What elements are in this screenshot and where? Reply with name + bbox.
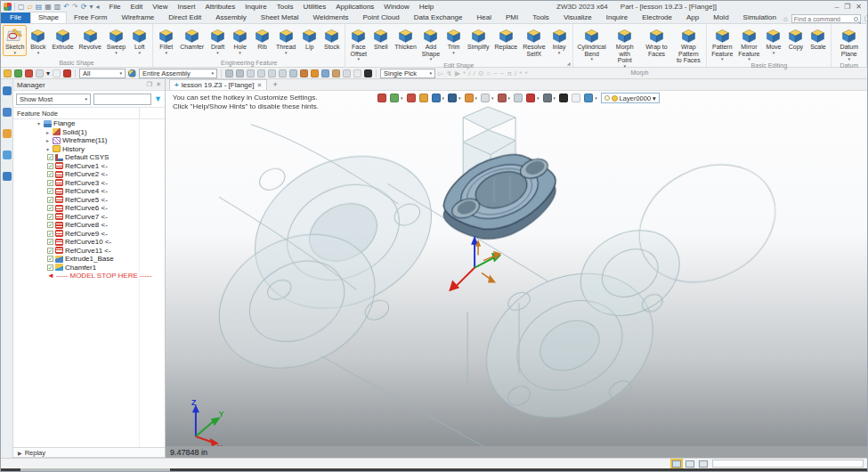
tab-simulation[interactable]: Simulation [736,12,783,23]
folder-icon[interactable] [300,69,308,77]
history-clock-icon[interactable] [343,69,351,77]
block-button[interactable]: Block▾ [27,25,49,56]
tree-item-refcurve5[interactable]: ✓RefCurve5 <- [13,196,165,205]
assembly-scope-icon[interactable] [128,69,136,77]
regen-icon[interactable]: ⟳ [81,3,87,11]
menu-window[interactable]: Window [379,2,413,12]
unalign-icon[interactable] [236,69,244,77]
hole-button[interactable]: Hole▾ [229,25,251,56]
panel-toggle-icon[interactable] [699,460,708,468]
tab-heal[interactable]: Heal [470,12,499,23]
pattern-feature-button[interactable]: Pattern Feature▾ [709,25,735,62]
dropdown-caret-icon[interactable]: ▾ [721,57,724,61]
thicken-button[interactable]: Thicken [392,25,419,52]
window-select-icon[interactable] [36,69,44,77]
cylindrical-bend-button[interactable]: Cylindrical Bend▾ [575,25,609,62]
package-icon[interactable] [332,69,340,77]
exit-part-icon[interactable] [377,94,386,102]
plane-display-icon[interactable] [572,94,580,102]
chevron-down-icon[interactable]: ▾ [554,95,556,101]
print-icon[interactable]: ▦ [45,3,52,11]
command-search[interactable] [791,14,861,23]
zoom-window-icon[interactable] [514,94,523,102]
chevron-down-icon[interactable]: ▾ [458,95,461,101]
stock-button[interactable]: Stock [320,25,343,52]
menu-attributes[interactable]: Attributes [200,2,239,12]
save-icon[interactable]: ▤ [36,3,43,11]
dropdown-caret-icon[interactable]: ▾ [165,51,167,55]
point-filter-icon[interactable] [247,69,255,77]
tree-item-default-csys[interactable]: ✓Default CSYS [13,153,165,162]
open-file-icon[interactable]: ▱ [28,3,33,11]
menu-inquire[interactable]: Inquire [240,2,271,12]
role-manager-icon[interactable] [3,172,12,181]
tab-free-form[interactable]: Free Form [67,12,114,23]
restore-button[interactable]: ❐ [844,3,850,11]
dropdown-caret-icon[interactable]: ▾ [773,51,775,55]
cursor-style-icon[interactable] [419,94,428,102]
face-offset-button[interactable]: Face Offset▾ [347,25,369,62]
menu-view[interactable]: View [148,2,172,12]
visibility-checkbox[interactable]: ✓ [47,180,53,186]
visibility-checkbox[interactable]: ✓ [47,231,53,237]
visibility-checkbox[interactable]: ✓ [47,222,53,228]
tree-item-flange[interactable]: ▾Flange [13,119,165,128]
tree-item-solid-1[interactable]: ▸Solid(1) [13,128,165,137]
menu-tools[interactable]: Tools [272,2,298,12]
dropdown-caret-icon[interactable]: ▾ [848,57,850,61]
visual-state-manager-icon[interactable] [3,151,12,159]
display-settings-icon[interactable] [685,460,694,468]
visibility-checkbox[interactable]: ✓ [47,171,53,177]
dropdown-caret-icon[interactable]: ▾ [590,57,593,61]
replace-button[interactable]: Replace [492,25,521,52]
tree-item-refcurve8[interactable]: ✓RefCurve8 <- [13,221,165,230]
command-search-input[interactable] [794,16,854,22]
dropdown-caret-icon[interactable]: ▾ [558,51,561,55]
shape-filter-icon[interactable] [279,69,287,77]
inlay-button[interactable]: Inlay▾ [548,25,571,56]
pick-filter-icon[interactable] [4,69,12,77]
dropdown-caret-icon[interactable]: ▾ [37,51,40,55]
tab-close-icon[interactable]: ✕ [257,82,263,89]
manager-float-icon[interactable]: ❐ [147,81,152,88]
history-manager-icon[interactable] [3,86,12,95]
line-style-icon[interactable] [559,94,568,102]
entity-filter-dropdown[interactable]: All▾ [79,69,126,78]
tree-item-refcurve11[interactable]: ✓RefCurve11 <- [13,247,165,256]
chevron-down-icon[interactable]: ▾ [401,95,403,101]
tab-point-cloud[interactable]: Point Cloud [355,12,406,23]
dropdown-caret-icon[interactable]: ▾ [623,64,626,69]
visibility-checkbox[interactable]: ✓ [47,188,53,194]
add-entity-icon[interactable] [14,69,22,77]
tree-item-refcurve6[interactable]: ✓RefCurve6 <- [13,204,165,213]
collapse-icon[interactable]: ▾ [36,120,42,126]
add-shape-button[interactable]: Add Shape▾ [419,25,442,62]
resolve-selfx-button[interactable]: Resolve SelfX [520,25,548,58]
menu-help[interactable]: Help [415,2,438,12]
tab-data-exchange[interactable]: Data Exchange [407,12,470,23]
visibility-checkbox[interactable]: ✓ [47,205,53,211]
tree-item-refcurve10[interactable]: ✓RefCurve10 <- [13,238,165,247]
redo-icon[interactable]: ↷ [72,3,78,11]
background-icon[interactable] [481,94,490,102]
menu-insert[interactable]: Insert [173,2,199,12]
tab-sheet-metal[interactable]: Sheet Metal [254,12,306,23]
home-icon[interactable]: ⌂ [783,15,788,23]
section-plane-icon[interactable] [526,94,535,102]
document-tab[interactable]: + lesson 19.Z3 - [Flange] ✕ [169,79,267,90]
tab-tools[interactable]: Tools [525,12,556,23]
scale-button[interactable]: Scale [807,25,829,52]
paint-appearance-icon[interactable] [407,94,416,102]
minimize-button[interactable]: – [835,3,839,11]
wrap-to-faces-button[interactable]: Wrap to Faces [641,25,673,58]
copy-button[interactable]: Copy [784,25,807,52]
rib-button[interactable]: Rib [251,25,273,52]
tree-item-refcurve7[interactable]: ✓RefCurve7 <- [13,213,165,222]
morph-with-point-button[interactable]: Morph with Point▾ [609,25,641,69]
shaded-mode-icon[interactable] [432,94,441,102]
dropdown-caret-icon[interactable]: ▾ [138,51,141,55]
assembly-manager-icon[interactable] [3,108,12,117]
revolve-button[interactable]: Revolve [77,25,104,52]
dropdown-caret-icon[interactable]: ▾ [452,51,455,55]
dropdown-caret-icon[interactable]: ▾ [358,57,361,61]
